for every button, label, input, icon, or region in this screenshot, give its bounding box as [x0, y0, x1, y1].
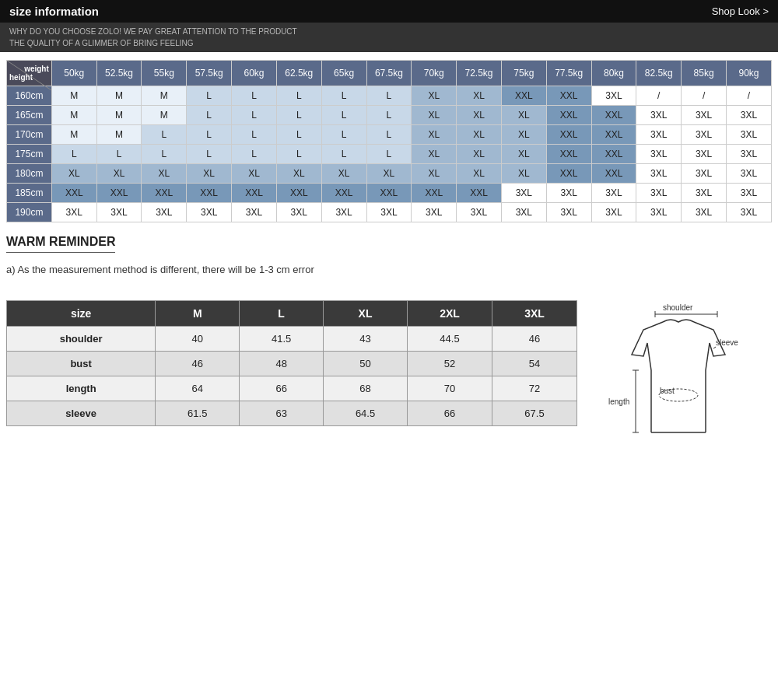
size-value-cell: M — [51, 125, 96, 145]
size-value-cell: 3XL — [727, 184, 772, 203]
measurement-table-wrap: sizeMLXL2XL3XL shoulder4041.54344.546bus… — [6, 300, 577, 426]
size-value-cell: XL — [457, 106, 502, 125]
sub-header: WHY DO YOU CHOOSE ZOLO! WE PAY GREAT ATT… — [0, 23, 778, 52]
size-value-cell: XL — [366, 164, 412, 184]
meas-value-cell: 68 — [324, 376, 408, 401]
size-value-cell: 3XL — [501, 203, 546, 222]
size-table-row: 185cmXXLXXLXXLXXLXXLXXLXXLXXLXXLXXL3XL3X… — [7, 184, 772, 203]
size-value-cell: XXL — [276, 184, 321, 203]
sub-header-line1: WHY DO YOU CHOOSE ZOLO! WE PAY GREAT ATT… — [9, 26, 769, 37]
size-value-cell: XL — [412, 86, 457, 106]
meas-header-cell: size — [7, 301, 156, 327]
meas-header-cell: XL — [324, 301, 408, 327]
size-value-cell: 3XL — [682, 145, 727, 164]
size-value-cell: XL — [412, 125, 457, 145]
size-value-cell: XXL — [412, 184, 457, 203]
size-value-cell: L — [142, 145, 187, 164]
measurement-section: sizeMLXL2XL3XL shoulder4041.54344.546bus… — [0, 285, 778, 466]
size-value-cell: XL — [457, 125, 502, 145]
meas-value-cell: 44.5 — [408, 327, 492, 352]
size-table: weight height 50kg52.5kg55kg57.5kg60kg62… — [6, 60, 772, 222]
size-value-cell: M — [142, 86, 187, 106]
size-value-cell: 3XL — [636, 203, 682, 222]
meas-value-cell: 63 — [240, 401, 324, 426]
meas-value-cell: 50 — [324, 352, 408, 376]
meas-value-cell: 40 — [156, 327, 240, 352]
page-title: size information — [9, 5, 99, 18]
size-value-cell: XXL — [187, 184, 232, 203]
svg-text:bust: bust — [660, 387, 675, 395]
size-table-row: 190cm3XL3XL3XL3XL3XL3XL3XL3XL3XL3XL3XL3X… — [7, 203, 772, 222]
size-value-cell: XL — [412, 106, 457, 125]
meas-table-row: bust4648505254 — [7, 352, 577, 376]
height-cell: 185cm — [7, 184, 52, 203]
size-value-cell: XL — [142, 164, 187, 184]
size-value-cell: L — [276, 86, 321, 106]
meas-value-cell: 48 — [240, 352, 324, 376]
size-section: weight height 50kg52.5kg55kg57.5kg60kg62… — [0, 52, 778, 222]
height-cell: 165cm — [7, 106, 52, 125]
sub-header-line2: THE QUALITY OF A GLIMMER OF BRING FEELIN… — [9, 37, 769, 49]
size-value-cell: 3XL — [546, 203, 591, 222]
size-value-cell: 3XL — [591, 203, 636, 222]
meas-header-cell: M — [156, 301, 240, 327]
size-value-cell: M — [96, 86, 142, 106]
warm-reminder-section: WARM REMINDER a) As the measurement meth… — [0, 222, 778, 285]
size-value-cell: 3XL — [276, 203, 321, 222]
size-value-cell: 3XL — [232, 203, 277, 222]
meas-table-row: sleeve61.56364.56667.5 — [7, 401, 577, 426]
svg-text:sleeve: sleeve — [716, 338, 738, 347]
size-value-cell: XXL — [546, 164, 591, 184]
size-value-cell: L — [366, 106, 412, 125]
size-value-cell: L — [187, 86, 232, 106]
weight-header-cell: 55kg — [142, 61, 187, 86]
size-value-cell: 3XL — [591, 86, 636, 106]
size-value-cell: 3XL — [51, 203, 96, 222]
height-label: height — [9, 73, 49, 82]
height-cell: 180cm — [7, 164, 52, 184]
size-value-cell: L — [187, 106, 232, 125]
size-value-cell: L — [232, 106, 277, 125]
size-value-cell: L — [51, 145, 96, 164]
weight-header-cell: 82.5kg — [636, 61, 682, 86]
size-value-cell: 3XL — [727, 125, 772, 145]
size-value-cell: 3XL — [96, 203, 142, 222]
size-value-cell: XXL — [591, 164, 636, 184]
size-value-cell: / — [636, 86, 682, 106]
size-value-cell: XL — [412, 145, 457, 164]
size-value-cell: L — [142, 125, 187, 145]
size-value-cell: XXL — [546, 86, 591, 106]
meas-value-cell: 52 — [408, 352, 492, 376]
size-value-cell: L — [187, 125, 232, 145]
size-value-cell: 3XL — [682, 203, 727, 222]
meas-value-cell: 66 — [408, 401, 492, 426]
size-value-cell: L — [321, 106, 366, 125]
size-value-cell: L — [187, 145, 232, 164]
size-table-row: 165cmMMMLLLLLXLXLXLXXLXXL3XL3XL3XL — [7, 106, 772, 125]
height-cell: 175cm — [7, 145, 52, 164]
size-value-cell: 3XL — [142, 203, 187, 222]
weight-header-cell: 60kg — [232, 61, 277, 86]
size-value-cell: M — [96, 125, 142, 145]
size-value-cell: 3XL — [321, 203, 366, 222]
corner-cell: weight height — [7, 61, 52, 86]
size-value-cell: XXL — [96, 184, 142, 203]
size-value-cell: M — [142, 106, 187, 125]
size-value-cell: L — [96, 145, 142, 164]
size-value-cell: 3XL — [187, 203, 232, 222]
shop-look-link[interactable]: Shop Look > — [712, 5, 769, 17]
meas-row-label: sleeve — [7, 401, 156, 426]
size-value-cell: L — [232, 86, 277, 106]
size-value-cell: XL — [457, 164, 502, 184]
size-value-cell: 3XL — [682, 164, 727, 184]
meas-row-label: bust — [7, 352, 156, 376]
size-value-cell: 3XL — [727, 203, 772, 222]
meas-value-cell: 43 — [324, 327, 408, 352]
weight-header-cell: 52.5kg — [96, 61, 142, 86]
meas-value-cell: 46 — [156, 352, 240, 376]
size-value-cell: XL — [501, 164, 546, 184]
size-value-cell: XL — [501, 125, 546, 145]
size-value-cell: XXL — [546, 145, 591, 164]
size-value-cell: XXL — [591, 125, 636, 145]
meas-value-cell: 61.5 — [156, 401, 240, 426]
